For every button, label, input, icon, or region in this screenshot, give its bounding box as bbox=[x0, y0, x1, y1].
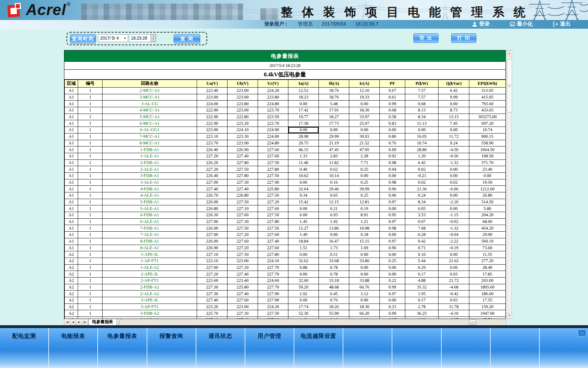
scroll-up-icon[interactable]: ▲ bbox=[507, 50, 512, 56]
table-cell[interactable]: 16.05 bbox=[405, 133, 439, 140]
table-cell[interactable]: 0.99 bbox=[380, 146, 405, 153]
table-cell[interactable]: 66.76 bbox=[349, 284, 380, 291]
table-cell[interactable]: 226.40 bbox=[197, 172, 227, 179]
table-cell[interactable]: 223.00 bbox=[227, 107, 258, 114]
table-cell[interactable]: 560.10 bbox=[469, 238, 506, 245]
table-cell[interactable]: 225.70 bbox=[197, 310, 227, 317]
table-cell[interactable]: 224.10 bbox=[227, 127, 258, 134]
table-cell[interactable]: 223.00 bbox=[227, 304, 258, 310]
table-cell[interactable]: 227.50 bbox=[258, 192, 288, 199]
table-cell[interactable]: 224.20 bbox=[258, 88, 288, 94]
table-cell[interactable]: 10.08 bbox=[349, 225, 380, 232]
table-cell[interactable]: 11.55 bbox=[469, 251, 506, 258]
table-cell[interactable]: -6.06 bbox=[439, 186, 469, 192]
table-cell[interactable]: A1 bbox=[65, 153, 78, 159]
circuit-name-cell[interactable]: 7-FDB-A1 bbox=[103, 225, 197, 232]
table-cell[interactable]: 222.90 bbox=[197, 107, 227, 114]
table-cell[interactable]: 226.30 bbox=[197, 212, 227, 219]
query-date-picker[interactable]: 2017/ 5/ 4 ▼ bbox=[98, 34, 128, 42]
table-cell[interactable]: 223.50 bbox=[258, 114, 288, 120]
table-cell[interactable]: 0.62 bbox=[319, 166, 349, 173]
table-cell[interactable]: 227.00 bbox=[197, 218, 227, 225]
table-cell[interactable]: 18.27 bbox=[319, 114, 349, 120]
table-cell[interactable]: 0.06 bbox=[288, 179, 319, 186]
circuit-name-cell[interactable]: 8-MCC-A1 bbox=[103, 140, 197, 146]
table-cell[interactable]: 159.20 bbox=[469, 304, 506, 310]
table-cell[interactable]: 0.18 bbox=[349, 232, 380, 238]
table-cell[interactable]: 0.61 bbox=[380, 94, 405, 101]
table-cell[interactable]: 35.32 bbox=[405, 284, 439, 291]
table-cell[interactable]: A2 bbox=[65, 284, 78, 291]
table-cell[interactable]: 1 bbox=[78, 291, 103, 297]
circuit-name-cell[interactable]: 2-ALE-A1 bbox=[103, 166, 197, 173]
circuit-name-cell[interactable]: 5-MCC-A1 bbox=[103, 114, 197, 120]
table-cell[interactable]: 0.03 bbox=[439, 271, 469, 278]
table-cell[interactable]: 1 bbox=[78, 153, 103, 159]
table-cell[interactable]: 0.03 bbox=[439, 297, 469, 304]
table-cell[interactable]: 0.76 bbox=[319, 297, 349, 304]
table-cell[interactable]: 0.17 bbox=[405, 297, 439, 304]
table-cell[interactable]: 0.00 bbox=[380, 205, 405, 212]
circuit-name-cell[interactable]: 5-FDB-A1 bbox=[103, 199, 197, 205]
table-cell[interactable]: 227.10 bbox=[227, 205, 258, 212]
table-cell[interactable]: 12.81 bbox=[349, 199, 380, 205]
table-cell[interactable]: 7.57 bbox=[405, 88, 439, 94]
circuit-name-cell[interactable]: 3-FDB-A2 bbox=[103, 310, 197, 317]
table-cell[interactable]: 222.80 bbox=[227, 114, 258, 120]
table-cell[interactable]: -2.10 bbox=[439, 199, 469, 205]
table-cell[interactable]: 52.30 bbox=[288, 310, 319, 317]
table-cell[interactable]: 0.00 bbox=[288, 271, 319, 278]
table-cell[interactable]: 222.90 bbox=[197, 120, 227, 127]
table-cell[interactable]: 0.00 bbox=[349, 251, 380, 258]
table-cell[interactable]: 0.00 bbox=[288, 205, 319, 212]
table-cell[interactable]: -0.50 bbox=[439, 153, 469, 159]
table-cell[interactable]: 1.69 bbox=[349, 245, 380, 251]
table-cell[interactable]: 0.78 bbox=[319, 271, 349, 278]
table-cell[interactable]: 0.16 bbox=[319, 179, 349, 186]
table-cell[interactable]: 33.97 bbox=[349, 114, 380, 120]
table-cell[interactable]: 10.74 bbox=[405, 140, 439, 146]
table-cell[interactable]: 0.00 bbox=[319, 232, 349, 238]
table-cell[interactable]: 227.60 bbox=[227, 297, 258, 304]
table-cell[interactable]: 0.98 bbox=[380, 225, 405, 232]
table-cell[interactable]: 21.19 bbox=[319, 140, 349, 146]
table-cell[interactable]: 433.65 bbox=[469, 107, 506, 114]
nav-button-2[interactable]: 电能报表 bbox=[49, 328, 98, 368]
table-cell[interactable]: A2 bbox=[65, 258, 78, 264]
table-cell[interactable]: -2.22 bbox=[439, 238, 469, 245]
table-cell[interactable]: 793.60 bbox=[469, 101, 506, 107]
table-cell[interactable]: 227.30 bbox=[197, 291, 227, 297]
table-cell[interactable]: 7.45 bbox=[439, 120, 469, 127]
table-cell[interactable]: 224.20 bbox=[258, 304, 288, 310]
table-cell[interactable]: 0.00 bbox=[349, 271, 380, 278]
table-cell[interactable]: 6.45 bbox=[405, 159, 439, 166]
table-cell[interactable]: 227.60 bbox=[227, 212, 258, 219]
table-cell[interactable]: 1 bbox=[78, 172, 103, 179]
tab-next-icon[interactable]: ▶ bbox=[76, 319, 82, 325]
query-button[interactable]: 查 询 bbox=[174, 34, 200, 43]
table-cell[interactable]: A1 bbox=[65, 232, 78, 238]
table-cell[interactable]: 0.00 bbox=[380, 172, 405, 179]
circuit-name-cell[interactable]: 1-ALE-A1 bbox=[103, 153, 197, 159]
table-cell[interactable]: 227.90 bbox=[258, 291, 288, 297]
table-cell[interactable]: 0.78 bbox=[319, 264, 349, 271]
table-cell[interactable]: 33.80 bbox=[349, 258, 380, 264]
table-cell[interactable]: 0.00 bbox=[349, 172, 380, 179]
table-cell[interactable]: 17.73 bbox=[319, 120, 349, 127]
table-cell[interactable]: 227.00 bbox=[197, 264, 227, 271]
table-cell[interactable]: 5.48 bbox=[319, 101, 349, 107]
circuit-name-cell[interactable]: 8-ALE-A1 bbox=[103, 245, 197, 251]
table-cell[interactable]: 3.12 bbox=[349, 291, 380, 297]
table-cell[interactable]: 0.25 bbox=[349, 166, 380, 173]
table-cell[interactable]: 1 bbox=[78, 199, 103, 205]
table-cell[interactable]: 204.20 bbox=[469, 212, 506, 219]
table-cell[interactable]: 0.40 bbox=[288, 166, 319, 173]
circuit-name-cell[interactable]: 1-FDB-A1 bbox=[103, 146, 197, 153]
table-cell[interactable]: 227.60 bbox=[258, 245, 288, 251]
table-cell[interactable]: 227.40 bbox=[227, 153, 258, 159]
circuit-name-cell[interactable]: 2-AP-FT1 bbox=[103, 277, 197, 284]
table-cell[interactable]: 1 bbox=[78, 284, 103, 291]
table-cell[interactable]: 29.00 bbox=[469, 232, 506, 238]
table-cell[interactable]: A2 bbox=[65, 310, 78, 317]
table-cell[interactable]: 18.26 bbox=[319, 304, 349, 310]
